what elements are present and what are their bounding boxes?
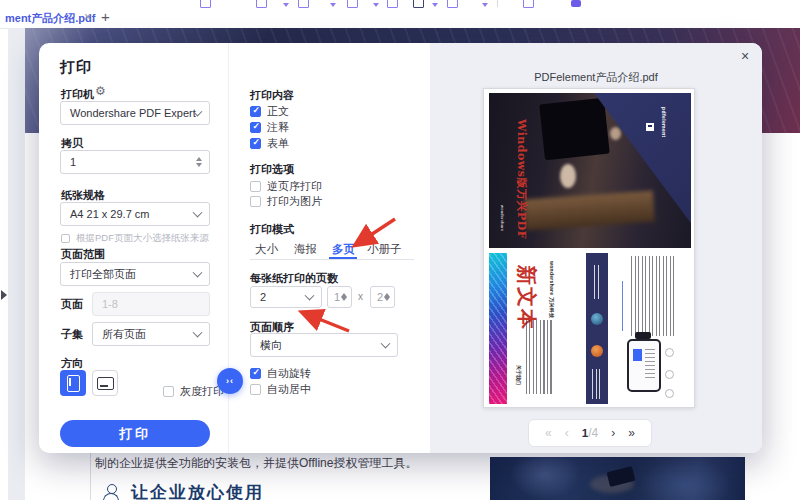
printer-select[interactable]: Wondershare PDF Expert xyxy=(60,101,210,125)
preview-page-2: 新文本 wondershare 万兴科技 关于我们 xyxy=(489,253,691,404)
feature-circle-icon xyxy=(665,370,674,379)
grid-cols-value: 2 xyxy=(377,291,383,303)
badge-icon xyxy=(591,345,603,357)
auto-rotate-checkbox[interactable] xyxy=(250,368,261,379)
tab-poster[interactable]: 海报 xyxy=(294,242,317,257)
tab-multipage[interactable]: 多页 xyxy=(332,242,355,257)
content-annotation-label: 注释 xyxy=(267,120,289,135)
photo-person xyxy=(610,127,621,140)
pdfelement-logo-icon xyxy=(646,123,654,131)
sidebar-expand-icon[interactable] xyxy=(1,290,7,300)
cover-title: Windows版万兴PDF xyxy=(514,119,529,239)
paper-source-row[interactable]: 根据PDF页面大小选择纸张来源 xyxy=(61,232,209,245)
prev-page-button[interactable]: ‹ xyxy=(565,426,569,440)
toolbar-icon[interactable] xyxy=(347,0,358,8)
pages-input[interactable]: 1-8 xyxy=(92,292,210,316)
content-row[interactable]: 注释 xyxy=(250,120,289,135)
mode-tabs: 大小 海报 多页 小册子 xyxy=(250,241,414,260)
spinner-up-icon[interactable] xyxy=(196,157,202,161)
tab-close-icon[interactable]: × xyxy=(84,10,91,24)
grid-times-symbol: x xyxy=(358,291,363,302)
print-button[interactable]: 打印 xyxy=(60,420,210,447)
chevron-down-icon[interactable] xyxy=(482,3,488,7)
content-form-checkbox[interactable] xyxy=(250,138,261,149)
tab-booklet[interactable]: 小册子 xyxy=(367,242,402,257)
content-text-checkbox[interactable] xyxy=(250,106,261,117)
body-text-block xyxy=(526,320,552,394)
option-row[interactable]: 逆页序打印 xyxy=(250,179,322,194)
feature-circle-icon xyxy=(665,348,674,357)
orientation-label: 方向 xyxy=(61,356,83,371)
subset-value: 所有页面 xyxy=(102,327,146,342)
grayscale-checkbox[interactable] xyxy=(163,386,174,397)
toolbar-icon[interactable] xyxy=(387,0,398,8)
gear-icon[interactable]: ⚙ xyxy=(95,84,106,98)
grid-cols-stepper[interactable]: 2 xyxy=(370,286,395,308)
mode-label: 打印模式 xyxy=(250,222,294,237)
orientation-landscape-button[interactable] xyxy=(92,370,118,396)
gradient-stripe xyxy=(489,253,507,404)
per-sheet-select[interactable]: 2 xyxy=(250,286,322,308)
content-annotation-checkbox[interactable] xyxy=(250,122,261,133)
tab-size[interactable]: 大小 xyxy=(255,242,278,257)
spinner-down-icon[interactable] xyxy=(341,297,347,301)
photo-fold xyxy=(640,457,730,500)
toolbar-icon[interactable] xyxy=(447,0,458,8)
first-page-button[interactable]: « xyxy=(545,426,552,440)
grayscale-row[interactable]: 灰度打印 xyxy=(163,384,224,399)
chevron-down-icon[interactable] xyxy=(283,3,289,7)
document-heading: 让企业放心使用 xyxy=(131,481,264,500)
print-dialog: × 打印 打印机 ⚙ Wondershare PDF Expert 拷贝 1 纸… xyxy=(39,43,762,453)
chevron-down-icon xyxy=(193,268,203,278)
tab-document[interactable]: ment产品介绍.pdf xyxy=(5,11,95,26)
subset-select[interactable]: 所有页面 xyxy=(92,322,210,346)
auto-center-checkbox[interactable] xyxy=(250,384,261,395)
paper-source-checkbox[interactable] xyxy=(61,234,70,243)
document-text: 制的企业提供全功能的安装包，并提供Offline授权管理工具。 xyxy=(95,455,417,472)
close-icon[interactable]: × xyxy=(741,48,749,64)
toolbar-icon[interactable] xyxy=(256,0,267,8)
toolbar-icon[interactable] xyxy=(298,0,309,8)
toolbar-icon[interactable] xyxy=(200,0,211,8)
photo-person xyxy=(560,164,576,188)
badge-icon xyxy=(591,313,603,325)
next-page-button[interactable]: › xyxy=(611,426,615,440)
content-form-label: 表单 xyxy=(267,136,289,151)
chevron-down-icon[interactable] xyxy=(432,3,438,7)
content-row[interactable]: 正文 xyxy=(250,104,289,119)
device-screen xyxy=(633,349,642,361)
range-value: 打印全部页面 xyxy=(70,267,136,282)
spinner-down-icon[interactable] xyxy=(196,163,202,167)
chevron-down-icon[interactable] xyxy=(330,3,336,7)
print-as-image-checkbox[interactable] xyxy=(250,196,261,207)
auto-rotate-row[interactable]: 自动旋转 xyxy=(250,366,311,381)
spinner-down-icon[interactable] xyxy=(384,297,390,301)
toolbar-icon[interactable] xyxy=(523,0,534,8)
paper-select[interactable]: A4 21 x 29.7 cm xyxy=(60,202,210,226)
orientation-portrait-button[interactable] xyxy=(60,370,86,396)
portrait-icon xyxy=(67,375,80,392)
auto-center-row[interactable]: 自动居中 xyxy=(250,382,311,397)
copies-value: 1 xyxy=(70,156,76,168)
paper-value: A4 21 x 29.7 cm xyxy=(70,208,150,220)
grid-rows-value: 1 xyxy=(334,291,340,303)
option-row[interactable]: 打印为图片 xyxy=(250,194,322,209)
order-value: 横向 xyxy=(260,338,282,353)
collapse-icon[interactable]: ›‹ xyxy=(217,368,243,394)
toolbar-icon[interactable] xyxy=(413,0,424,8)
printer-label: 打印机 xyxy=(61,87,94,102)
preview-page-1: pdfelement Windows版万兴PDF wondershare xyxy=(489,93,691,248)
last-page-button[interactable]: » xyxy=(628,426,635,440)
chevron-down-icon[interactable] xyxy=(373,3,379,7)
grid-rows-stepper[interactable]: 1 xyxy=(327,286,352,308)
toolbar-icon[interactable] xyxy=(571,0,581,7)
copies-stepper[interactable]: 1 xyxy=(60,150,210,174)
new-tab-icon[interactable]: + xyxy=(101,8,110,25)
reverse-order-checkbox[interactable] xyxy=(250,181,261,192)
per-sheet-value: 2 xyxy=(260,291,266,303)
range-select[interactable]: 打印全部页面 xyxy=(60,262,210,286)
body-text-heading xyxy=(622,281,626,331)
bar-logo-text xyxy=(594,265,600,299)
content-row[interactable]: 表单 xyxy=(250,136,289,151)
order-select[interactable]: 横向 xyxy=(250,333,398,357)
